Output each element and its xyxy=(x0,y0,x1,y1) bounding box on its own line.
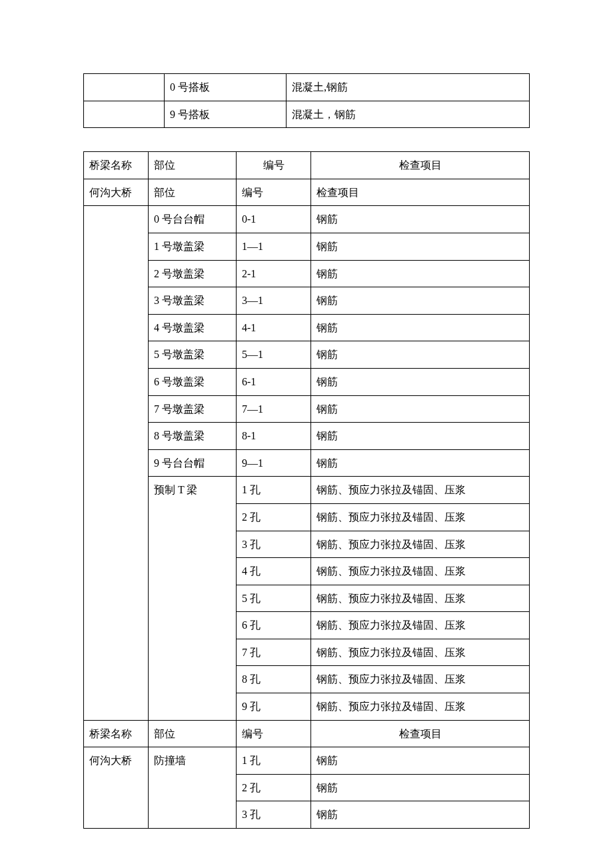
cell xyxy=(84,74,165,101)
table-row: 8 号墩盖梁 8-1 钢筋 xyxy=(84,423,530,450)
table-row: 2 号墩盖梁 2-1 钢筋 xyxy=(84,260,530,287)
cell: 2-1 xyxy=(237,260,311,287)
cell: 3 号墩盖梁 xyxy=(149,287,237,315)
header-cell: 桥梁名称 xyxy=(84,720,149,747)
table-row: 4 号墩盖梁 4-1 钢筋 xyxy=(84,314,530,341)
cell: 4-1 xyxy=(237,314,311,341)
cell: 钢筋 xyxy=(311,260,530,287)
cell: 钢筋、预应力张拉及锚固、压浆 xyxy=(311,558,530,585)
cell: 2 孔 xyxy=(237,503,311,531)
cell: 编号 xyxy=(237,179,311,206)
cell: 部位 xyxy=(149,179,237,206)
cell: 1 孔 xyxy=(237,747,311,775)
cell: 钢筋 xyxy=(311,801,530,829)
cell: 2 孔 xyxy=(237,774,311,801)
cell: 5 号墩盖梁 xyxy=(149,341,237,369)
table-row: 0 号台台帽 0-1 钢筋 xyxy=(84,206,530,233)
cell: 3 孔 xyxy=(237,801,311,829)
table-row: 1 号墩盖梁 1—1 钢筋 xyxy=(84,233,530,260)
cell: 钢筋 xyxy=(311,206,530,233)
cell: 钢筋 xyxy=(311,449,530,477)
table-1: 0 号搭板 混凝土,钢筋 9 号搭板 混凝土，钢筋 xyxy=(83,73,530,128)
header-cell: 检查项目 xyxy=(311,720,530,747)
cell: 钢筋、预应力张拉及锚固、压浆 xyxy=(311,477,530,504)
table-row: 6 号墩盖梁 6-1 钢筋 xyxy=(84,368,530,395)
table-row: 9 号搭板 混凝土，钢筋 xyxy=(84,101,530,128)
cell: 6 号墩盖梁 xyxy=(149,368,237,395)
cell: 钢筋 xyxy=(311,287,530,315)
cell xyxy=(84,101,165,128)
cell: 钢筋 xyxy=(311,341,530,369)
cell: 1 号墩盖梁 xyxy=(149,233,237,260)
cell: 钢筋 xyxy=(311,423,530,450)
cell: 钢筋、预应力张拉及锚固、压浆 xyxy=(311,503,530,531)
table-row: 3 号墩盖梁 3—1 钢筋 xyxy=(84,287,530,315)
cell: 0-1 xyxy=(237,206,311,233)
header-cell: 检查项目 xyxy=(311,152,530,179)
cell: 预制 T 梁 xyxy=(149,477,237,720)
cell: 防撞墙 xyxy=(149,747,237,829)
cell: 检查项目 xyxy=(311,179,530,206)
cell: 钢筋 xyxy=(311,774,530,801)
table-2: 桥梁名称 部位 编号 检查项目 何沟大桥 部位 编号 检查项目 0 号台台帽 0… xyxy=(83,151,530,829)
document-page: 0 号搭板 混凝土,钢筋 9 号搭板 混凝土，钢筋 桥梁名称 部位 编号 检查项… xyxy=(0,0,613,868)
table-row: 0 号搭板 混凝土,钢筋 xyxy=(84,74,530,101)
cell: 钢筋、预应力张拉及锚固、压浆 xyxy=(311,666,530,693)
cell: 6 孔 xyxy=(237,612,311,639)
cell: 混凝土,钢筋 xyxy=(287,74,530,101)
table-header-row: 桥梁名称 部位 编号 检查项目 xyxy=(84,152,530,179)
cell: 3—1 xyxy=(237,287,311,315)
header-cell: 部位 xyxy=(149,720,237,747)
cell: 钢筋 xyxy=(311,747,530,775)
table-header-row: 桥梁名称 部位 编号 检查项目 xyxy=(84,720,530,747)
cell: 9 号搭板 xyxy=(165,101,287,128)
header-cell: 编号 xyxy=(237,720,311,747)
cell: 3 孔 xyxy=(237,531,311,558)
cell: 7—1 xyxy=(237,395,311,423)
cell: 钢筋、预应力张拉及锚固、压浆 xyxy=(311,639,530,666)
table-row: 预制 T 梁 1 孔 钢筋、预应力张拉及锚固、压浆 xyxy=(84,477,530,504)
table-row: 何沟大桥 部位 编号 检查项目 xyxy=(84,179,530,206)
header-cell: 编号 xyxy=(237,152,311,179)
cell: 4 孔 xyxy=(237,558,311,585)
cell: 钢筋、预应力张拉及锚固、压浆 xyxy=(311,585,530,612)
cell: 8 号墩盖梁 xyxy=(149,423,237,450)
cell: 钢筋 xyxy=(311,314,530,341)
cell: 0 号搭板 xyxy=(165,74,287,101)
cell: 1 孔 xyxy=(237,477,311,504)
cell: 钢筋 xyxy=(311,395,530,423)
cell: 7 号墩盖梁 xyxy=(149,395,237,423)
cell: 8 孔 xyxy=(237,666,311,693)
cell: 1—1 xyxy=(237,233,311,260)
cell: 9—1 xyxy=(237,449,311,477)
cell: 何沟大桥 xyxy=(84,179,149,206)
cell xyxy=(84,206,149,720)
cell: 混凝土，钢筋 xyxy=(287,101,530,128)
table-row: 何沟大桥 防撞墙 1 孔 钢筋 xyxy=(84,747,530,775)
table-row: 9 号台台帽 9—1 钢筋 xyxy=(84,449,530,477)
cell: 何沟大桥 xyxy=(84,747,149,829)
header-cell: 部位 xyxy=(149,152,237,179)
cell: 钢筋、预应力张拉及锚固、压浆 xyxy=(311,612,530,639)
cell: 5—1 xyxy=(237,341,311,369)
table-row: 5 号墩盖梁 5—1 钢筋 xyxy=(84,341,530,369)
cell: 钢筋、预应力张拉及锚固、压浆 xyxy=(311,693,530,721)
cell: 4 号墩盖梁 xyxy=(149,314,237,341)
cell: 0 号台台帽 xyxy=(149,206,237,233)
header-cell: 桥梁名称 xyxy=(84,152,149,179)
cell: 9 号台台帽 xyxy=(149,449,237,477)
cell: 8-1 xyxy=(237,423,311,450)
cell: 钢筋 xyxy=(311,368,530,395)
cell: 钢筋、预应力张拉及锚固、压浆 xyxy=(311,531,530,558)
cell: 2 号墩盖梁 xyxy=(149,260,237,287)
cell: 钢筋 xyxy=(311,233,530,260)
table-row: 7 号墩盖梁 7—1 钢筋 xyxy=(84,395,530,423)
cell: 9 孔 xyxy=(237,693,311,721)
cell: 7 孔 xyxy=(237,639,311,666)
cell: 5 孔 xyxy=(237,585,311,612)
cell: 6-1 xyxy=(237,368,311,395)
